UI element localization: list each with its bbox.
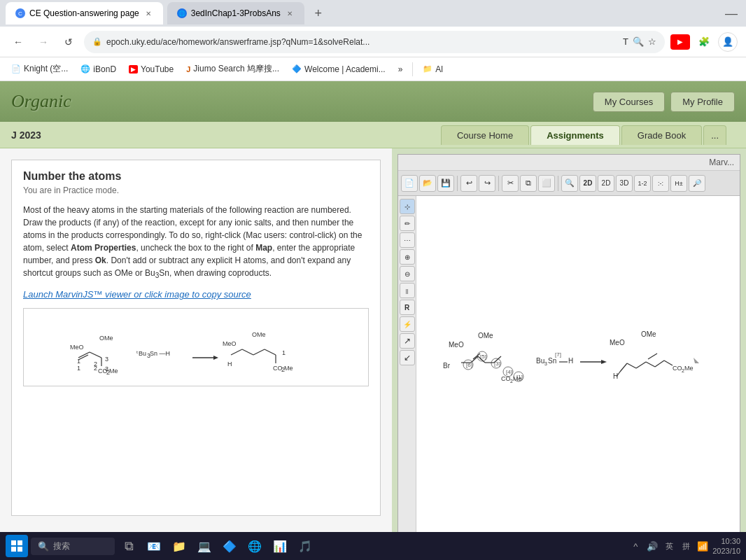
tab-assignments[interactable]: Assignments — [530, 125, 620, 145]
question-body: Most of the heavy atoms in the starting … — [23, 204, 369, 281]
lt-arrow[interactable]: ⚡ — [400, 316, 415, 332]
tb-sep1 — [457, 176, 458, 191]
tb-2d-2[interactable]: 2D — [598, 175, 614, 192]
lt-erase[interactable]: ✏ — [400, 216, 415, 231]
tb-paste[interactable]: ⬜ — [538, 175, 555, 192]
lt-zoom-out[interactable]: ⊖ — [400, 266, 415, 281]
svg-rect-77 — [11, 540, 16, 545]
page-content: Organic My Courses My Profile J 2023 Cou… — [0, 81, 746, 560]
svg-line-19 — [231, 349, 242, 355]
taskbar-chrome[interactable]: 🌐 — [244, 535, 266, 557]
svg-text:Bu: Bu — [536, 357, 544, 365]
tray-ime2-icon[interactable]: 拼 — [679, 539, 693, 553]
breadcrumb: J 2023 — [11, 130, 41, 141]
tb-undo[interactable]: ↩ — [460, 175, 477, 192]
question-panel: Number the atoms You are in Practice mod… — [11, 160, 381, 516]
tray-ime-icon[interactable]: 英 — [662, 539, 676, 553]
lt-zoom-in[interactable]: ⊕ — [400, 249, 415, 265]
taskbar-music[interactable]: 🎵 — [294, 535, 316, 557]
my-profile-button[interactable]: My Profile — [670, 92, 735, 112]
tb-cut[interactable]: ✂ — [502, 175, 519, 192]
tab-active-label: CE Question-answering page — [29, 8, 139, 18]
minimize-button[interactable]: — — [722, 4, 740, 24]
tb-open[interactable]: 📂 — [419, 175, 436, 192]
bookmark-knight[interactable]: 📄 Knight (空... — [6, 60, 73, 78]
taskbar-vscode[interactable]: 💻 — [193, 535, 216, 557]
question-title: Number the atoms — [23, 170, 369, 183]
svg-text:Me: Me — [284, 365, 293, 372]
tb-new[interactable]: 📄 — [401, 175, 418, 192]
ok-bold: Ok — [95, 255, 106, 265]
new-tab-button[interactable]: + — [309, 4, 328, 23]
tray-date: 2023/10 — [712, 546, 740, 556]
address-text: epoch.uky.edu/ace/homework/answerframe.j… — [106, 37, 619, 47]
lt-ring[interactable]: R — [400, 300, 415, 315]
marvin-drawing-area[interactable]: MeO OMe Br [6] [5] [3] [ — [416, 196, 740, 533]
launch-marvinjs-link[interactable]: Launch MarvinJS™ viewer or click image t… — [23, 289, 369, 300]
svg-text:ᵗBu: ᵗBu — [136, 350, 146, 357]
back-button[interactable]: ← — [8, 32, 28, 52]
extensions-icon[interactable]: 🧩 — [696, 34, 712, 50]
svg-text:Sn: Sn — [548, 357, 556, 365]
tb-num1[interactable]: 1-2 — [634, 175, 651, 192]
bookmark-youtube[interactable]: ▶ YouTube — [123, 62, 179, 77]
forward-button[interactable]: → — [34, 32, 53, 52]
tab2-close-btn[interactable]: ✕ — [285, 8, 295, 18]
bookmark-icon[interactable]: ☆ — [648, 36, 656, 47]
my-courses-button[interactable]: My Courses — [593, 92, 665, 112]
tb-hplus[interactable]: H± — [670, 175, 687, 192]
tb-2d-1[interactable]: 2D — [579, 175, 596, 192]
translate-icon[interactable]: T — [623, 36, 628, 47]
tab-close-btn[interactable]: ✕ — [143, 8, 153, 18]
tb-sym[interactable]: :-: — [652, 175, 669, 192]
tb-save[interactable]: 💾 — [437, 175, 454, 192]
lt-chain[interactable]: ⋯ — [400, 232, 415, 248]
bookmark-ibond[interactable]: 🌐 iBonD — [75, 62, 122, 77]
tab-grade-book[interactable]: Grade Book — [621, 125, 702, 145]
user-profile-icon[interactable]: 👤 — [718, 32, 738, 52]
tray-volume-icon[interactable]: 🔊 — [645, 539, 659, 553]
lt-bond[interactable]: || — [400, 283, 415, 298]
marvin-left-tools: ⊹ ✏ ⋯ ⊕ ⊖ || R ⚡ ↗ ↙ — [398, 196, 416, 533]
taskbar-teams[interactable]: 🔷 — [218, 535, 241, 557]
tray-clock[interactable]: 10:30 2023/10 — [712, 536, 740, 556]
atom-properties-bold: Atom Properties — [71, 243, 136, 253]
tb-search[interactable]: 🔎 — [689, 175, 705, 192]
lt-down-arrow[interactable]: ↙ — [400, 350, 415, 365]
svg-text:MeO: MeO — [223, 340, 237, 347]
bookmark-welcome[interactable]: 🔷 Welcome | Academi... — [286, 62, 391, 77]
lt-up-arrow[interactable]: ↗ — [400, 333, 415, 349]
taskbar-search[interactable]: 🔍 搜索 — [31, 538, 115, 555]
search-icon[interactable]: 🔍 — [633, 36, 644, 47]
reload-button[interactable]: ↺ — [59, 32, 78, 52]
tray-wifi-icon[interactable]: 📶 — [696, 539, 710, 553]
youtube-icon[interactable]: ▶ — [670, 34, 690, 50]
start-button[interactable] — [6, 535, 28, 557]
tb-magnify[interactable]: 🔍 — [561, 175, 578, 192]
taskbar: 🔍 搜索 ⧉ 📧 📁 💻 🔷 🌐 📊 🎵 ^ 🔊 英 拼 📶 10:30 202… — [0, 532, 746, 560]
svg-text:CO: CO — [501, 375, 511, 382]
taskbar-excel[interactable]: 📊 — [269, 535, 291, 557]
tab-inactive[interactable]: 🌐 3edInChap1-3ProbsAns ✕ — [167, 2, 304, 24]
bookmark-more[interactable]: » — [393, 62, 409, 77]
tb-copy[interactable]: ⧉ — [520, 175, 537, 192]
tab-course-home[interactable]: Course Home — [441, 125, 529, 145]
bookmark-folder[interactable]: 📁 Al — [417, 62, 449, 77]
svg-text:MeO: MeO — [610, 339, 625, 346]
tab-more[interactable]: ... — [703, 125, 726, 145]
tb-redo[interactable]: ↪ — [479, 175, 495, 192]
tb-3d[interactable]: 3D — [616, 175, 633, 192]
taskbar-explorer[interactable]: 📁 — [168, 535, 190, 557]
svg-text:MeO: MeO — [70, 344, 84, 351]
bookmark-jiumo[interactable]: J Jiumo Search 鸠摩搜... — [181, 60, 285, 78]
tray-up-icon[interactable]: ^ — [628, 539, 642, 553]
tab-active[interactable]: C CE Question-answering page ✕ — [6, 2, 163, 24]
task-view-button[interactable]: ⧉ — [118, 535, 140, 557]
marvin-canvas[interactable]: ⊹ ✏ ⋯ ⊕ ⊖ || R ⚡ ↗ ↙ — [398, 196, 740, 533]
svg-marker-61 — [601, 360, 607, 364]
taskbar-email[interactable]: 📧 — [143, 535, 165, 557]
svg-text:Br: Br — [443, 362, 451, 370]
address-bar[interactable]: 🔒 epoch.uky.edu/ace/homework/answerframe… — [84, 31, 665, 53]
svg-text:2: 2 — [94, 365, 97, 372]
lt-select[interactable]: ⊹ — [400, 199, 415, 214]
